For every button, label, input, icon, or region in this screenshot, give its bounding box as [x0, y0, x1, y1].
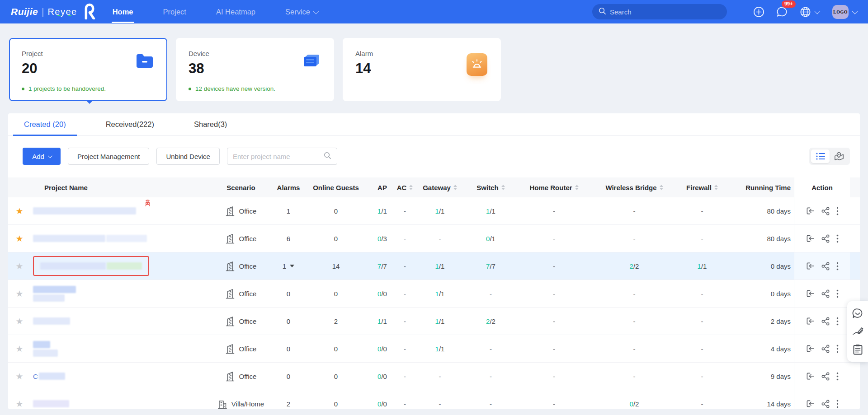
table-row[interactable]: ★Office101/1-1/11/1---80 days — [8, 197, 860, 225]
sort-toggle[interactable] — [501, 185, 505, 191]
sort-toggle[interactable] — [453, 185, 457, 191]
share-icon[interactable] — [821, 289, 830, 298]
running-time: 0 days — [771, 290, 791, 298]
nav-item-service[interactable]: Service — [284, 0, 318, 23]
survey-clipboard-icon[interactable] — [853, 344, 863, 355]
takeover-icon[interactable] — [806, 234, 815, 242]
project-name-redacted[interactable] — [33, 400, 69, 407]
project-name-redacted[interactable] — [33, 286, 76, 302]
language-globe-icon[interactable] — [800, 6, 819, 18]
share-icon[interactable] — [821, 400, 830, 408]
device-stat-card[interactable]: Device 38 12 devices have new version. — [176, 38, 334, 101]
share-icon[interactable] — [821, 262, 830, 270]
share-icon[interactable] — [821, 207, 830, 215]
table-row[interactable]: ★Office600/3--0/1---80 days — [8, 225, 860, 252]
table-row[interactable]: ★Office021/1-1/12/2---2 days — [8, 308, 860, 335]
add-circle-icon[interactable] — [753, 6, 764, 18]
takeover-icon[interactable] — [806, 262, 815, 270]
cell-action — [794, 197, 850, 224]
list-view-icon[interactable] — [811, 149, 830, 163]
add-button[interactable]: Add — [23, 148, 61, 165]
table-row[interactable]: ★COffice000/0------9 days — [8, 363, 860, 390]
global-search[interactable] — [592, 4, 727, 19]
brand-ruijie: Ruijie — [11, 6, 38, 17]
takeover-icon[interactable] — [806, 345, 815, 353]
more-icon[interactable] — [836, 372, 839, 381]
unbind-device-button[interactable]: Unbind Device — [156, 148, 220, 165]
share-icon[interactable] — [821, 345, 830, 353]
takeover-icon[interactable] — [806, 317, 815, 325]
column-header-gateway[interactable]: Gateway — [415, 177, 465, 197]
more-icon[interactable] — [836, 317, 839, 326]
account-avatar[interactable]: LOGO — [832, 5, 849, 19]
sort-toggle[interactable] — [575, 185, 579, 191]
more-icon[interactable] — [836, 400, 839, 408]
more-icon[interactable] — [836, 289, 839, 298]
favorite-star-icon[interactable]: ★ — [15, 289, 23, 298]
project-stat-card[interactable]: Project 20 1 projects to be handovered. — [9, 38, 167, 101]
project-search[interactable] — [227, 148, 337, 165]
nav-item-home[interactable]: Home — [112, 0, 134, 23]
table-row[interactable]: ★Office000/0-1/1----0 days — [8, 280, 860, 308]
device-count: 0/0 — [377, 400, 387, 408]
office-building-icon — [226, 344, 235, 354]
column-header-firewall[interactable]: Firewall — [677, 177, 727, 197]
table-row[interactable]: ★Office000/0-1/1----4 days — [8, 335, 860, 363]
share-icon[interactable] — [821, 372, 830, 381]
map-view-icon[interactable] — [830, 149, 848, 163]
running-time: 80 days — [767, 235, 791, 242]
favorite-star-icon[interactable]: ★ — [15, 207, 23, 215]
running-time: 80 days — [767, 207, 791, 215]
tab-created[interactable]: Created (20) — [23, 120, 67, 135]
sort-toggle[interactable] — [409, 185, 413, 191]
share-icon[interactable] — [821, 234, 830, 243]
favorite-star-icon[interactable]: ★ — [15, 262, 23, 270]
favorite-star-icon[interactable]: ★ — [15, 345, 23, 353]
project-name-redacted[interactable] — [33, 207, 136, 214]
more-icon[interactable] — [836, 345, 839, 353]
cell-scenario: Office — [207, 280, 275, 307]
column-header-switch[interactable]: Switch — [465, 177, 517, 197]
project-name-redacted[interactable] — [40, 262, 142, 270]
empty-value: - — [490, 400, 492, 408]
feedback-pen-icon[interactable] — [852, 326, 863, 336]
nav-item-project[interactable]: Project — [162, 0, 187, 23]
tab-received[interactable]: Received(222) — [105, 120, 155, 135]
alarm-stat-card[interactable]: Alarm 14 — [343, 38, 501, 101]
messages-icon[interactable]: 99+ — [776, 6, 788, 18]
table-row[interactable]: ★Villa/Home200/0----0/2-14 days — [8, 390, 860, 409]
column-header-wireless_bridge[interactable]: Wireless Bridge — [591, 177, 677, 197]
chat-smile-icon[interactable] — [852, 308, 863, 319]
column-header-home_router[interactable]: Home Router — [517, 177, 591, 197]
project-name-redacted[interactable] — [33, 341, 58, 357]
project-name-redacted[interactable] — [39, 373, 65, 380]
project-name-redacted[interactable] — [33, 317, 70, 325]
favorite-star-icon[interactable]: ★ — [15, 234, 23, 243]
global-search-input[interactable] — [610, 8, 714, 16]
sort-toggle[interactable] — [660, 185, 663, 191]
takeover-icon[interactable] — [806, 289, 815, 298]
favorite-star-icon[interactable]: ★ — [15, 317, 23, 326]
share-icon[interactable] — [821, 317, 830, 326]
alarms-dropdown-caret[interactable] — [290, 265, 294, 267]
more-icon[interactable] — [836, 262, 839, 270]
account-chevron-down-icon[interactable] — [852, 8, 858, 14]
favorite-star-icon[interactable]: ★ — [15, 400, 23, 408]
takeover-icon[interactable] — [806, 372, 815, 380]
device-count: 2/2 — [630, 262, 639, 270]
more-icon[interactable] — [836, 234, 839, 243]
project-name-redacted[interactable] — [33, 235, 147, 242]
column-header-ac[interactable]: AC — [395, 177, 415, 197]
takeover-icon[interactable] — [806, 207, 815, 215]
favorite-star-icon[interactable]: ★ — [15, 372, 23, 381]
tab-shared[interactable]: Shared(3) — [193, 120, 228, 135]
empty-value: - — [490, 373, 492, 380]
table-row[interactable]: ★Office1147/7-1/17/7-2/21/10 days — [8, 252, 860, 280]
more-icon[interactable] — [836, 207, 839, 215]
scenario-label: Office — [239, 345, 257, 353]
project-search-input[interactable] — [233, 153, 324, 160]
project-management-button[interactable]: Project Management — [68, 148, 149, 165]
takeover-icon[interactable] — [806, 400, 815, 408]
sort-toggle[interactable] — [714, 185, 718, 191]
nav-item-ai-heatmap[interactable]: AI Heatmap — [215, 0, 256, 23]
